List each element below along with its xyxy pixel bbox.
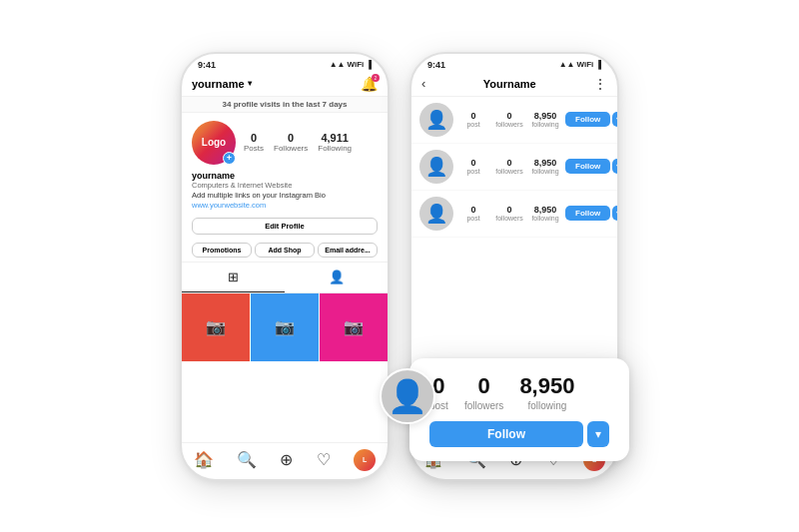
left-phone-body: yourname ▾ 🔔 2 34 profile visits in the … (182, 72, 388, 479)
follow-button-3[interactable]: Follow (565, 206, 610, 221)
profile-bio: Add multiple links on your Instagram Bio (192, 191, 378, 200)
notification-icon[interactable]: 🔔 2 (361, 76, 378, 92)
follow-button-1[interactable]: Follow (565, 112, 610, 127)
profile-info: Logo + 0 Posts 0 Followers 4,911 Followi… (182, 113, 388, 169)
notif-badge: 2 (372, 74, 380, 82)
user-actions-2: Follow ▾ (565, 159, 617, 174)
tab-grid[interactable]: ⊞ (182, 263, 285, 292)
user-avatar-3: 👤 (419, 197, 453, 231)
right-nav-title: Yourname (425, 78, 593, 90)
followers-num: 0 (288, 132, 294, 144)
right-status-icons: ▲▲ WiFi ▐ (559, 60, 601, 69)
right-battery-icon: ▐ (595, 60, 601, 69)
right-nav: ‹ Yourname ⋮ (411, 72, 617, 97)
card-stats: 0 post 0 followers 8,950 following (429, 374, 609, 410)
follow-button-2[interactable]: Follow (565, 159, 610, 174)
camera-icon-2: 📷 (275, 317, 295, 336)
add-icon[interactable]: ⊕ (280, 450, 293, 469)
posts-num: 0 (251, 132, 257, 144)
profile-details: yourname Computers & Internet Website Ad… (182, 169, 388, 214)
user-actions-1: Follow ▾ (565, 112, 617, 127)
more-icon[interactable]: ⋮ (593, 76, 607, 92)
stat-followers: 0 Followers (274, 132, 308, 153)
following-num: 4,911 (321, 132, 349, 144)
user-row-2: 👤 0 post 0 followers 8,950 f (411, 144, 617, 191)
user-followers-3: 0 followers (495, 205, 523, 222)
scene: 9:41 ▲▲ WiFi ▐ yourname ▾ 🔔 2 34 pr (160, 32, 639, 501)
user-actions-3: Follow ▾ (565, 206, 617, 221)
add-avatar-icon[interactable]: + (223, 152, 236, 165)
user-followers-1: 0 followers (495, 111, 523, 128)
home-icon[interactable]: 🏠 (194, 450, 214, 469)
left-username: yourname (192, 78, 245, 90)
user-following-2: 8,950 following (531, 158, 559, 175)
user-post-3: 0 post (459, 205, 487, 222)
follow-dropdown-1[interactable]: ▾ (612, 112, 617, 127)
profile-actions: Edit Profile (182, 214, 388, 239)
search-icon[interactable]: 🔍 (237, 450, 257, 469)
card-following-num: 8,950 (519, 374, 574, 398)
card-avatar: 👤 (380, 368, 435, 424)
stat-following: 4,911 Following (318, 132, 352, 153)
user-stats-1: 0 post 0 followers 8,950 following (459, 111, 559, 128)
right-signal-icon: ▲▲ (559, 60, 575, 69)
user-followers-2: 0 followers (495, 158, 523, 175)
profile-visits-bar: 34 profile visits in the last 7 days (182, 97, 388, 113)
photo-cell-1[interactable]: 📷 (182, 293, 250, 361)
stat-posts: 0 Posts (244, 132, 264, 153)
avatar-person-icon-2: 👤 (425, 156, 447, 178)
visit-text: profile visits in the last 7 days (234, 100, 348, 109)
photo-cell-2[interactable]: 📷 (251, 293, 319, 361)
tab-profile[interactable]: 👤 (285, 263, 388, 292)
avatar-person-icon-3: 👤 (425, 203, 447, 225)
following-label: Following (318, 144, 352, 153)
user-avatar-1: 👤 (419, 103, 453, 137)
profile-website-label: Computers & Internet Website (192, 181, 378, 190)
user-row-1: 👤 0 post 0 followers 8,950 f (411, 97, 617, 144)
posts-label: Posts (244, 144, 264, 153)
tabs-row: ⊞ 👤 (182, 262, 388, 293)
profile-avatar: Logo + (192, 121, 236, 165)
left-nav-title: yourname ▾ (192, 78, 252, 90)
battery-icon: ▐ (366, 60, 372, 69)
promotions-button[interactable]: Promotions (192, 243, 252, 258)
right-wifi-icon: WiFi (577, 60, 594, 69)
grid-icon: ⊞ (228, 269, 239, 284)
left-status-bar: 9:41 ▲▲ WiFi ▐ (182, 54, 388, 72)
camera-icon-1: 📷 (206, 317, 226, 336)
card-stat-followers: 0 followers (464, 374, 503, 410)
logo-text: Logo (202, 137, 226, 148)
left-phone: 9:41 ▲▲ WiFi ▐ yourname ▾ 🔔 2 34 pr (180, 52, 390, 481)
heart-icon[interactable]: ♡ (317, 450, 331, 469)
profile-nav-logo[interactable]: L (354, 449, 376, 471)
person-icon: 👤 (329, 269, 345, 284)
followers-label: Followers (274, 144, 308, 153)
user-stats-2: 0 post 0 followers 8,950 following (459, 158, 559, 175)
email-button[interactable]: Email addre... (318, 243, 378, 258)
add-shop-button[interactable]: Add Shop (255, 243, 315, 258)
user-post-2: 0 post (459, 158, 487, 175)
user-row-3: 👤 0 post 0 followers 8,950 f (411, 191, 617, 238)
photo-cell-3[interactable]: 📷 (320, 293, 388, 361)
card-dropdown-button[interactable]: ▾ (587, 421, 609, 447)
card-follow-button[interactable]: Follow (429, 421, 583, 447)
card-avatar-person-icon: 👤 (388, 377, 427, 415)
floating-card: 👤 0 post 0 followers 8,950 following Fol… (409, 358, 629, 460)
profile-link[interactable]: www.yourwebsite.com (192, 201, 378, 210)
user-following-3: 8,950 following (531, 205, 559, 222)
dropdown-icon: ▾ (248, 79, 252, 88)
card-followers-num: 0 (478, 374, 490, 398)
user-following-1: 8,950 following (531, 111, 559, 128)
card-actions: Follow ▾ (429, 421, 609, 447)
right-status-bar: 9:41 ▲▲ WiFi ▐ (411, 54, 617, 72)
profile-stats: 0 Posts 0 Followers 4,911 Following (244, 132, 378, 153)
right-time: 9:41 (427, 60, 445, 70)
profile-username: yourname (192, 171, 378, 181)
wifi-icon: WiFi (348, 60, 365, 69)
follow-dropdown-3[interactable]: ▾ (612, 206, 617, 221)
follow-dropdown-2[interactable]: ▾ (612, 159, 617, 174)
signal-icon: ▲▲ (330, 60, 346, 69)
edit-profile-button[interactable]: Edit Profile (192, 218, 378, 235)
avatar-person-icon-1: 👤 (425, 109, 447, 131)
visit-count: 34 (223, 100, 232, 109)
